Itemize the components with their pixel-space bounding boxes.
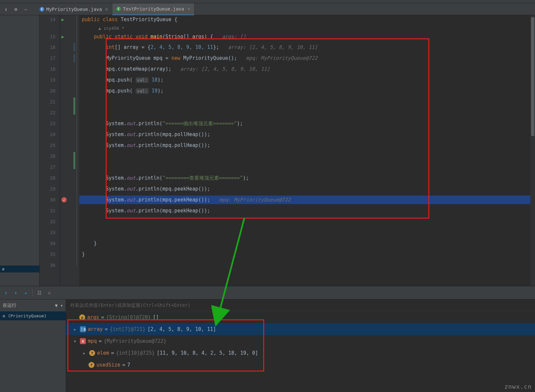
run-method-icon[interactable]: ▶: [61, 32, 67, 41]
code-line: MyPriorityQueue mpq = new MyPriorityQueu…: [79, 54, 535, 62]
line-number: 31: [40, 206, 55, 215]
chevron-right-icon[interactable]: ▶: [74, 328, 78, 331]
line-number: 14: [40, 15, 55, 24]
frames-panel: 在运行 ▼ ▾ e (PriorityQueue): [0, 300, 66, 392]
title-bar: [0, 0, 535, 3]
var-args[interactable]: p args = {String[0]@720} []: [66, 311, 535, 323]
code-editor[interactable]: public class TestPriorityQueue { ▲ zcy45…: [79, 15, 535, 286]
chevron-right-icon[interactable]: ▶: [83, 351, 87, 355]
debug-toolbar: ⬇ ⬆ ✦ ☷ ≡: [0, 286, 535, 300]
code-line: mpq.push( val: 19);: [79, 87, 535, 95]
watermark: znwx.cn: [504, 383, 532, 390]
frames-header: 在运行 ▼ ▾: [0, 300, 66, 311]
variables-panel: 对表达式求值(Enter)或添加监视(Ctrl+Shift+Enter) p a…: [66, 300, 535, 392]
editor-tabs: C MyPriorityQueue.java × C TestPriorityQ…: [36, 3, 195, 15]
diff-marker: [73, 97, 75, 115]
code-line: System.out.println(mpq.peekHeap());: [79, 185, 535, 193]
var-mpq[interactable]: ▼ ≡ mpq = {MyPriorityQueue@722}: [66, 335, 535, 347]
author-hint: ▲ zcy456 *: [79, 24, 535, 32]
tab-mypriorityqueue[interactable]: C MyPriorityQueue.java ×: [36, 3, 112, 15]
code-line: mpq.createHeap(array); array: [2, 4, 5, …: [79, 65, 535, 73]
tab-label: TestPriorityQueue.java: [123, 6, 184, 12]
java-run-icon: C: [116, 7, 121, 11]
diff-marker: [73, 54, 75, 62]
project-tree-clip: e: [0, 15, 40, 286]
var-elem[interactable]: ▶ f elem = {int[10]@725} [11, 9, 10, 8, …: [66, 347, 535, 359]
line-number: 30: [40, 196, 55, 204]
upload-icon[interactable]: ⬆: [13, 290, 19, 296]
diff-marker: [73, 152, 75, 169]
line-number: 26: [40, 152, 55, 160]
breakpoint-icon[interactable]: [61, 197, 67, 202]
line-number: 22: [40, 108, 55, 117]
line-number: 21: [40, 97, 55, 106]
scrollbar-thumb[interactable]: [531, 17, 534, 136]
frame-label: e (PriorityQueue): [3, 313, 47, 318]
frames-label: 在运行: [3, 303, 17, 308]
chevron-down-icon[interactable]: ▼: [74, 339, 78, 343]
line-number: 34: [40, 239, 55, 248]
line-number: 33: [40, 228, 55, 237]
line-number: 19: [40, 76, 55, 84]
param-icon: p: [79, 314, 85, 320]
select-target-icon[interactable]: ↕: [3, 6, 9, 13]
array-icon: ⋮≡: [80, 326, 86, 332]
close-icon[interactable]: ×: [105, 7, 108, 12]
line-number: 18: [40, 65, 55, 73]
code-line: public class TestPriorityQueue {: [79, 15, 535, 24]
line-number: 36: [40, 261, 55, 269]
dropdown-icon[interactable]: ▾: [60, 303, 63, 308]
var-array[interactable]: ▶ ⋮≡ array = {int[7]@721} [2, 4, 5, 8, 9…: [66, 323, 535, 335]
code-line-current: System.out.println(mpq.peekHeap()); mpq:…: [79, 196, 535, 204]
diff-marker: [73, 43, 75, 52]
line-number: 27: [40, 163, 55, 171]
separator: [32, 289, 33, 297]
line-number: 29: [40, 185, 55, 193]
code-line: System.out.println("========查看堆顶元素======…: [79, 174, 535, 182]
code-line: }: [79, 239, 535, 248]
frame-row[interactable]: e (PriorityQueue): [0, 311, 66, 320]
field-icon: f: [89, 362, 94, 368]
line-number: 28: [40, 174, 55, 182]
tab-testpriorityqueue[interactable]: C TestPriorityQueue.java ×: [112, 3, 195, 15]
code-line: System.out.println(mpq.pollHeap());: [79, 130, 535, 139]
filter-icon[interactable]: ▼: [55, 303, 57, 308]
line-number: 32: [40, 217, 55, 226]
line-number: 17: [40, 54, 55, 62]
line-number: 24: [40, 130, 55, 139]
watch-add-icon[interactable]: ✦: [22, 290, 29, 296]
line-number: 15: [40, 32, 55, 41]
code-line: public static void main(String[] args) {…: [79, 32, 535, 41]
line-number: 23: [40, 119, 55, 128]
gutter-icons: ▶ ▶: [60, 15, 79, 286]
code-line: int[] array = {2, 4, 5, 8, 9, 10, 11}; a…: [79, 43, 535, 52]
editor-area: e 14 15 16 17 18 19 20 21 22 23 24 25 26…: [0, 15, 535, 286]
settings-icon[interactable]: ⚙: [13, 6, 19, 13]
list-view-icon[interactable]: ≡: [46, 290, 53, 296]
var-usedsize[interactable]: f usedSize = 7: [66, 359, 535, 371]
code-line: System.out.println("======抛出堆顶元素======="…: [79, 119, 535, 128]
table-view-icon[interactable]: ☷: [36, 290, 43, 296]
main-toolbar: ↕ ⚙ — C MyPriorityQueue.java × C TestPri…: [0, 3, 535, 15]
project-item[interactable]: e: [0, 266, 39, 272]
line-number: 16: [40, 43, 55, 52]
watch-input[interactable]: 对表达式求值(Enter)或添加监视(Ctrl+Shift+Enter): [66, 300, 535, 311]
code-line: System.out.println(mpq.pollHeap());: [79, 141, 535, 150]
field-icon: f: [89, 350, 95, 356]
run-class-icon[interactable]: ▶: [61, 15, 67, 24]
close-icon[interactable]: ×: [187, 6, 190, 12]
code-line: mpq.push( val: 18);: [79, 76, 535, 84]
java-class-icon: C: [40, 7, 44, 12]
scrollbar-track[interactable]: [530, 15, 535, 286]
code-line: }: [79, 250, 535, 259]
project-item[interactable]: [0, 277, 39, 279]
line-number: 25: [40, 141, 55, 150]
watch-placeholder: 对表达式求值(Enter)或添加监视(Ctrl+Shift+Enter): [70, 303, 191, 308]
collapse-icon[interactable]: —: [22, 6, 29, 13]
object-icon: ≡: [80, 338, 86, 344]
line-number: 20: [40, 87, 55, 95]
code-line: System.out.println(mpq.peekHeap());: [79, 206, 535, 215]
fold-guide: [77, 15, 77, 266]
download-icon[interactable]: ⬇: [3, 290, 9, 296]
tab-label: MyPriorityQueue.java: [46, 7, 102, 12]
